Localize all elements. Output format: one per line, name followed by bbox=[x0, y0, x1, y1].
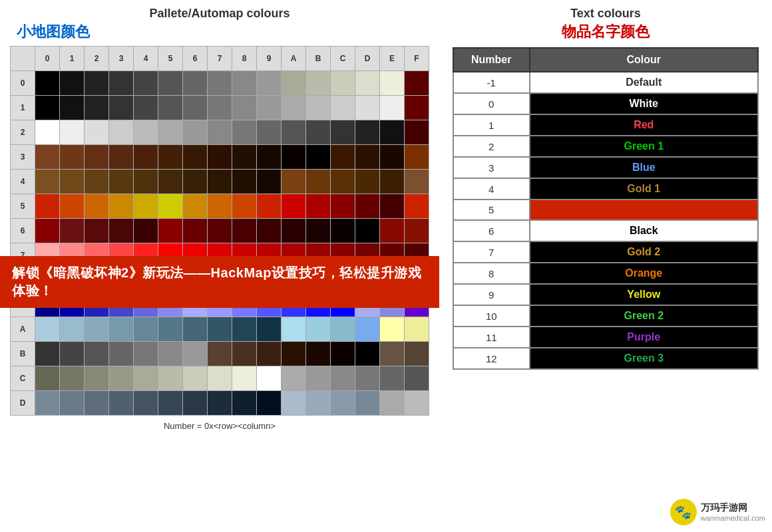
palette-color-cell bbox=[232, 71, 257, 96]
palette-color-cell bbox=[109, 366, 134, 391]
palette-col-header: 5 bbox=[158, 47, 183, 71]
palette-color-cell bbox=[158, 219, 183, 243]
palette-color-cell bbox=[208, 219, 232, 243]
palette-color-cell bbox=[183, 71, 208, 96]
palette-col-header: 2 bbox=[85, 47, 109, 71]
palette-color-cell bbox=[232, 391, 257, 416]
palette-color-cell bbox=[306, 170, 331, 194]
palette-color-cell bbox=[355, 120, 380, 145]
text-colour-number: 3 bbox=[453, 157, 530, 178]
palette-color-cell bbox=[405, 145, 429, 170]
palette-color-cell bbox=[257, 145, 282, 170]
palette-color-cell bbox=[85, 317, 109, 342]
palette-color-cell bbox=[257, 120, 282, 145]
text-colours-title-cn: 物品名字颜色 bbox=[449, 22, 762, 42]
palette-color-cell bbox=[380, 391, 405, 416]
palette-color-cell bbox=[257, 317, 282, 342]
palette-row-header: 2 bbox=[11, 120, 35, 145]
palette-color-cell bbox=[109, 391, 134, 416]
palette-color-cell bbox=[183, 96, 208, 120]
palette-color-cell bbox=[35, 317, 60, 342]
palette-row-header: 1 bbox=[11, 96, 35, 120]
palette-color-cell bbox=[208, 145, 232, 170]
text-colour-row: -1Default bbox=[453, 72, 758, 93]
text-colour-row: 3Blue bbox=[453, 157, 758, 178]
text-colour-number: 11 bbox=[453, 327, 530, 348]
palette-color-cell bbox=[109, 145, 134, 170]
text-colour-label: Yellow bbox=[530, 284, 759, 305]
palette-corner-cell bbox=[11, 47, 35, 71]
palette-color-cell bbox=[232, 366, 257, 391]
palette-color-cell bbox=[331, 71, 355, 96]
text-colour-label: Green 2 bbox=[530, 305, 759, 327]
palette-color-cell bbox=[405, 366, 429, 391]
palette-color-cell bbox=[134, 342, 158, 366]
palette-row-header: B bbox=[11, 342, 35, 366]
palette-row-header: 4 bbox=[11, 170, 35, 194]
palette-color-cell bbox=[85, 366, 109, 391]
palette-table: 0123456789ABCDEF 0123456789ABCD bbox=[10, 46, 429, 416]
palette-color-cell bbox=[85, 219, 109, 243]
col-colour-header: Colour bbox=[530, 48, 759, 72]
palette-color-cell bbox=[282, 317, 306, 342]
palette-color-cell bbox=[109, 170, 134, 194]
watermark-text: 万玛手游网 wanmamedical.com bbox=[701, 502, 765, 522]
text-colour-row: 6Black bbox=[453, 220, 758, 241]
palette-color-cell bbox=[380, 145, 405, 170]
palette-color-cell bbox=[183, 342, 208, 366]
palette-color-cell bbox=[380, 194, 405, 219]
palette-color-cell bbox=[134, 366, 158, 391]
palette-row-header: A bbox=[11, 317, 35, 342]
palette-color-cell bbox=[109, 317, 134, 342]
palette-color-cell bbox=[60, 342, 85, 366]
palette-col-header: B bbox=[306, 47, 331, 71]
palette-color-cell bbox=[134, 120, 158, 145]
palette-color-cell bbox=[306, 342, 331, 366]
palette-color-cell bbox=[60, 170, 85, 194]
main-container: Pallete/Automap colours 小地图颜色 0123456789… bbox=[0, 0, 772, 532]
palette-color-cell bbox=[158, 120, 183, 145]
palette-color-cell bbox=[405, 342, 429, 366]
watermark-logo: 🐾 bbox=[670, 499, 697, 525]
palette-color-cell bbox=[355, 194, 380, 219]
palette-color-cell bbox=[109, 219, 134, 243]
text-colour-number: 0 bbox=[453, 93, 530, 114]
palette-col-header: 3 bbox=[109, 47, 134, 71]
palette-color-cell bbox=[85, 71, 109, 96]
text-colour-number: 10 bbox=[453, 305, 530, 327]
palette-color-cell bbox=[282, 366, 306, 391]
palette-color-cell bbox=[35, 194, 60, 219]
palette-color-cell bbox=[380, 366, 405, 391]
palette-col-header: 1 bbox=[60, 47, 85, 71]
text-colour-number: 2 bbox=[453, 136, 530, 157]
palette-col-header: E bbox=[380, 47, 405, 71]
palette-color-cell bbox=[282, 194, 306, 219]
text-colour-row: 4Gold 1 bbox=[453, 178, 758, 200]
text-colour-number: 8 bbox=[453, 263, 530, 284]
palette-color-cell bbox=[35, 71, 60, 96]
palette-color-cell bbox=[331, 366, 355, 391]
palette-color-cell bbox=[306, 96, 331, 120]
palette-color-cell bbox=[183, 366, 208, 391]
palette-color-cell bbox=[355, 391, 380, 416]
text-colour-row: 7Gold 2 bbox=[453, 241, 758, 263]
palette-row-header: 3 bbox=[11, 145, 35, 170]
text-colours-title-en: Text colours bbox=[449, 7, 762, 21]
watermark-cn: 万玛手游网 bbox=[701, 502, 765, 514]
palette-color-cell bbox=[331, 194, 355, 219]
palette-row-header: 6 bbox=[11, 219, 35, 243]
palette-color-cell bbox=[109, 342, 134, 366]
palette-color-cell bbox=[183, 219, 208, 243]
palette-color-cell bbox=[282, 219, 306, 243]
palette-note: Number = 0x<row><column> bbox=[10, 421, 429, 431]
banner-overlay: 解锁《暗黑破坏神2》新玩法——HackMap设置技巧，轻松提升游戏体验！ bbox=[0, 256, 439, 308]
palette-color-cell bbox=[355, 170, 380, 194]
col-number-header: Number bbox=[453, 48, 530, 72]
banner-text: 解锁《暗黑破坏神2》新玩法——HackMap设置技巧，轻松提升游戏体验！ bbox=[12, 265, 421, 298]
palette-color-cell bbox=[282, 391, 306, 416]
palette-color-cell bbox=[134, 194, 158, 219]
palette-col-header: 4 bbox=[134, 47, 158, 71]
palette-color-cell bbox=[306, 71, 331, 96]
palette-color-cell bbox=[380, 342, 405, 366]
palette-color-cell bbox=[134, 170, 158, 194]
